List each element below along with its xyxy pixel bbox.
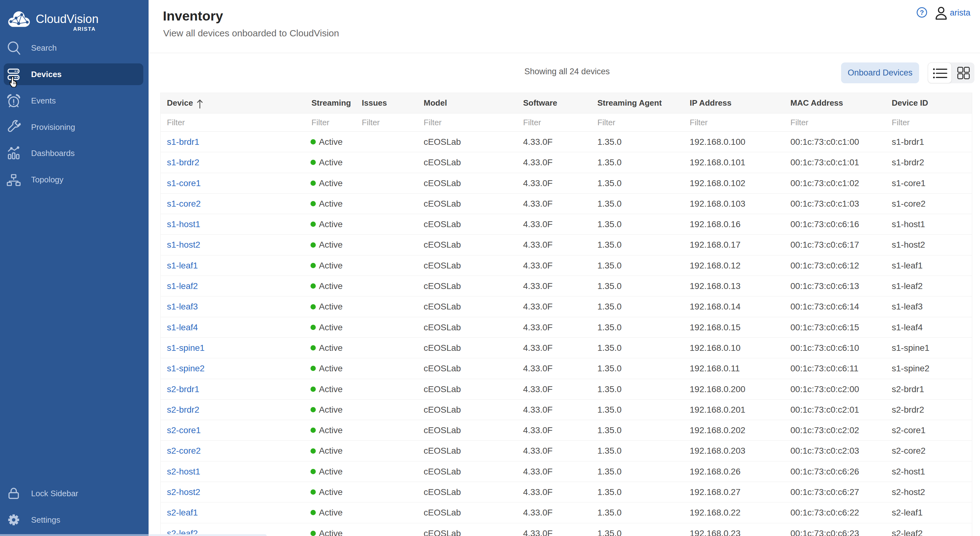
svg-text:?: ? — [920, 9, 924, 16]
